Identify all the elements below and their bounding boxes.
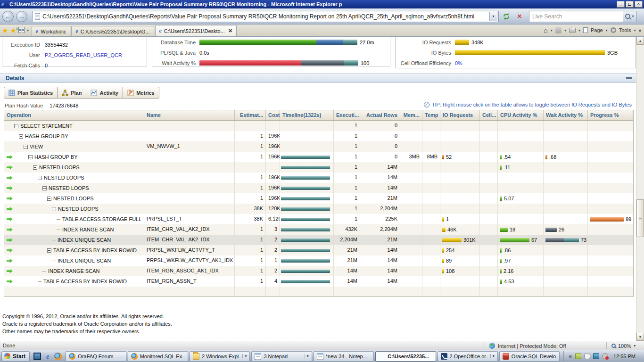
summary-value[interactable]: P2_OGRDS_READ_USER_QCR <box>45 52 122 58</box>
tray-chevron-icon[interactable]: « <box>569 353 572 360</box>
taskbar-button[interactable]: Oracle SQL Develo... <box>499 351 560 362</box>
column-header[interactable]: CPU Activity % <box>498 110 544 120</box>
taskbar-button[interactable]: Monitored SQL Ex... <box>128 351 188 362</box>
address-dropdown[interactable]: ▾ <box>489 12 497 21</box>
column-header[interactable]: Operation <box>4 110 144 120</box>
plan-table-row[interactable]: TABLE ACCESS STORAGE FULLPRPSL_LST_T38K6… <box>4 214 633 224</box>
plan-table-row[interactable]: INDEX UNIQUE SCANITEM_CHR_VAL_AK2_IDX122… <box>4 235 633 245</box>
network-icon[interactable] <box>593 353 599 359</box>
search-button[interactable]: ▾ <box>623 11 636 22</box>
feeds-icon[interactable] <box>555 27 561 33</box>
collapse-node-icon[interactable] <box>42 186 47 190</box>
taskbar-button-dropdown-icon[interactable]: ▾ <box>305 354 309 358</box>
firefox-icon[interactable] <box>54 353 62 360</box>
plan-table-row[interactable]: NESTED LOOPS1196K114M <box>4 173 633 183</box>
details-tab-metrics[interactable]: 10Metrics <box>123 87 159 99</box>
stop-button[interactable]: × <box>514 11 525 22</box>
page-scrollbar[interactable]: ▲ ▼ <box>636 37 644 341</box>
taskbar-button[interactable]: 2 OpenOffice.or...▾ <box>438 351 498 362</box>
details-tab-plan-statistics[interactable]: Plan Statistics <box>4 87 58 99</box>
page-menu[interactable]: Page <box>591 27 603 33</box>
collapse-node-icon[interactable] <box>38 176 42 180</box>
column-header[interactable]: Progress % <box>588 110 633 120</box>
page-menu-icon[interactable] <box>583 27 588 33</box>
taskbar-button-dropdown-icon[interactable]: ▾ <box>242 354 247 358</box>
tools-menu[interactable]: Tools <box>619 27 631 33</box>
plan-table-row[interactable]: HASH GROUP BY1196K103MB8MB52.54.68 <box>4 152 633 162</box>
lock-icon[interactable] <box>575 353 581 359</box>
favorites-star-icon[interactable]: ★ <box>2 27 8 34</box>
internet-explorer-icon[interactable]: e <box>44 353 51 360</box>
refresh-button[interactable] <box>501 11 512 22</box>
plan-table-row[interactable]: INDEX RANGE SCANITEM_RGN_ASSOC_AK1_IDX12… <box>4 266 633 276</box>
taskbar-button[interactable]: 2 Windows Expl...▾ <box>190 351 250 362</box>
column-header[interactable]: Cost <box>266 110 280 120</box>
taskbar-clock[interactable]: 12:55 PM <box>611 354 640 359</box>
collapse-node-icon[interactable] <box>24 145 28 149</box>
collapse-node-icon[interactable] <box>52 207 56 211</box>
column-header[interactable]: Timeline(1322s) <box>280 110 334 120</box>
plan-table-row[interactable]: NESTED LOOPS38K120K12,204M <box>4 204 633 214</box>
scrollbar-thumb[interactable] <box>636 199 644 237</box>
taskbar-button[interactable]: C:\Users\52235... <box>375 351 436 362</box>
column-header[interactable]: Mem... <box>400 110 422 120</box>
plan-table-row[interactable]: TABLE ACCESS BY INDEX ROWIDPRPSL_WKFLW_A… <box>4 245 633 255</box>
zoom-dropdown-icon[interactable]: ▾ <box>634 344 636 348</box>
zoom-control[interactable]: 100% ▾ <box>606 342 636 349</box>
summary-value[interactable]: 0% <box>455 60 462 66</box>
column-header[interactable]: Wait Activity % <box>544 110 588 120</box>
close-button[interactable]: × <box>635 1 643 8</box>
address-text[interactable]: C:\Users\522351\Desktop\Gandhi\Queries\R… <box>42 13 489 20</box>
forward-button[interactable]: → <box>16 11 27 22</box>
column-header[interactable]: Cell... <box>480 110 498 120</box>
tab-report-2-active[interactable]: e C:\Users\522351\Deskto... ✕ <box>155 25 237 36</box>
plan-table-row[interactable]: NESTED LOOPS1196K121M5.07 <box>4 193 633 204</box>
column-header[interactable]: Actual Rows <box>360 110 400 120</box>
tab-list-dropdown[interactable]: ▾ <box>27 28 29 33</box>
plan-table-row[interactable]: INDEX RANGE SCANITEM_CHR_VAL_AK2_IDX1343… <box>4 224 633 235</box>
column-header[interactable]: Executi... <box>334 110 360 120</box>
restore-button[interactable] <box>626 1 634 8</box>
collapse-node-icon[interactable] <box>47 197 51 201</box>
gear-icon[interactable] <box>611 27 616 33</box>
taskbar-button[interactable]: *new 34 - Notep... <box>314 351 374 362</box>
plan-table-row[interactable]: SELECT STATEMENT10 <box>4 121 633 131</box>
scroll-up-button[interactable]: ▲ <box>636 37 644 45</box>
volume-muted-icon[interactable] <box>602 353 608 359</box>
taskbar-button-dropdown-icon[interactable]: ▾ <box>490 354 495 358</box>
taskbar-button[interactable]: 3 Notepad▾ <box>251 351 312 362</box>
add-favorite-icon[interactable]: ★ <box>10 27 16 34</box>
show-desktop-icon[interactable] <box>33 353 41 360</box>
search-box[interactable]: Live Search <box>529 11 623 22</box>
details-tab-plan[interactable]: Plan <box>58 87 86 99</box>
column-header[interactable]: Name <box>144 110 235 120</box>
plan-table-row[interactable]: INDEX UNIQUE SCANPRPSL_WKFLW_ACTVTY_AK1_… <box>4 255 633 266</box>
start-button[interactable]: Start <box>1 351 30 362</box>
home-icon[interactable]: ⌂ <box>544 26 548 34</box>
minimize-button[interactable]: _ <box>617 1 625 8</box>
plan-table-row[interactable]: TABLE ACCESS BY INDEX ROWIDITEM_RGN_ASSN… <box>4 276 633 287</box>
column-header[interactable]: IO Requests <box>440 110 480 120</box>
collapse-node-icon[interactable] <box>33 165 37 170</box>
plan-table-row[interactable]: VIEWVM_NWVW_11196K10 <box>4 141 633 152</box>
plan-table-row[interactable]: NESTED LOOPS114M.11 <box>4 162 633 173</box>
tab-close-icon[interactable]: ✕ <box>228 28 232 34</box>
collapse-node-icon[interactable] <box>28 155 33 159</box>
collapse-node-icon[interactable] <box>14 124 18 128</box>
quick-tabs-icon[interactable] <box>18 27 25 33</box>
collapse-node-icon[interactable] <box>19 134 23 139</box>
scroll-down-button[interactable]: ▼ <box>636 333 644 341</box>
details-tab-activity[interactable]: Activity <box>86 87 123 99</box>
tab-workaholic[interactable]: e Workaholic <box>32 26 71 36</box>
address-bar[interactable]: C:\Users\522351\Desktop\Gandhi\Queries\R… <box>32 11 499 22</box>
plan-table-row[interactable]: NESTED LOOPS1196K114M <box>4 183 633 193</box>
search-dropdown-icon[interactable]: ▾ <box>632 14 634 18</box>
more-commands-icon[interactable]: » <box>638 28 641 33</box>
mouse-icon[interactable] <box>584 353 590 359</box>
back-button[interactable]: ← <box>2 11 14 22</box>
taskbar-button[interactable]: OraFAQ Forum - ... <box>66 351 126 362</box>
tab-report-1[interactable]: e C:\Users\522351\Desktop\G... <box>71 26 154 36</box>
collapse-node-icon[interactable] <box>47 248 51 253</box>
column-header[interactable]: Temp <box>422 110 440 120</box>
column-header[interactable]: Estimat... <box>235 110 266 120</box>
